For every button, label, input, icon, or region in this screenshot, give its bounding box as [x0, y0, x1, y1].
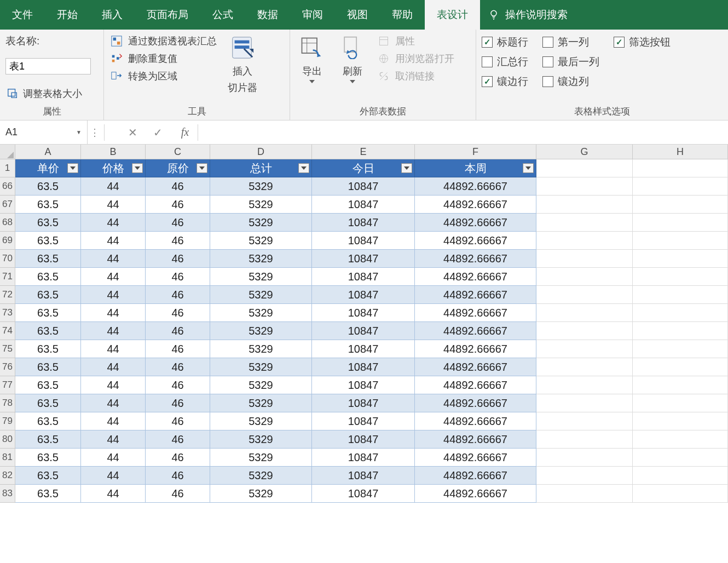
filter-dropdown-icon[interactable]	[197, 163, 207, 173]
cell[interactable]: 10847	[312, 232, 415, 250]
cell[interactable]: 63.5	[15, 304, 81, 322]
cell[interactable]: 5329	[210, 304, 312, 322]
cell[interactable]: 5329	[210, 412, 312, 430]
cell[interactable]: 44	[81, 268, 146, 286]
cell[interactable]: 10847	[312, 358, 415, 376]
cell[interactable]: 10847	[312, 449, 415, 467]
cell[interactable]: 10847	[312, 412, 415, 430]
col-header-D[interactable]: D	[210, 145, 312, 159]
cell[interactable]: 44892.66667	[415, 485, 536, 503]
summarize-with-pivot-button[interactable]: 通过数据透视表汇总	[109, 34, 217, 48]
row-header[interactable]: 75	[0, 340, 15, 358]
cell[interactable]: 44	[81, 412, 146, 430]
empty-cell[interactable]	[536, 340, 633, 358]
empty-cell[interactable]	[536, 232, 633, 250]
empty-cell[interactable]	[633, 232, 728, 250]
cell[interactable]: 46	[146, 214, 210, 232]
cell[interactable]: 63.5	[15, 412, 81, 430]
cell[interactable]: 10847	[312, 250, 415, 268]
select-all-corner[interactable]	[0, 145, 15, 159]
cell[interactable]: 46	[146, 304, 210, 322]
cell[interactable]: 44892.66667	[415, 250, 536, 268]
empty-cell[interactable]	[633, 358, 728, 376]
empty-cell[interactable]	[536, 214, 633, 232]
row-header[interactable]: 76	[0, 358, 15, 376]
row-header[interactable]: 74	[0, 322, 15, 340]
refresh-button[interactable]: 刷新	[336, 34, 369, 84]
export-button[interactable]: 导出	[296, 34, 328, 84]
empty-cell[interactable]	[633, 430, 728, 449]
cell[interactable]: 46	[146, 340, 210, 358]
row-header[interactable]: 78	[0, 394, 15, 412]
tab-help[interactable]: 帮助	[380, 0, 425, 30]
cell[interactable]: 44	[81, 322, 146, 340]
row-header[interactable]: 83	[0, 485, 15, 503]
cell[interactable]: 44	[81, 467, 146, 485]
empty-cell[interactable]	[536, 177, 633, 196]
row-header[interactable]: 66	[0, 177, 15, 196]
table-header-cell[interactable]: 价格	[81, 159, 146, 177]
cell[interactable]: 10847	[312, 376, 415, 394]
chk-first-column[interactable]: 第一列	[542, 35, 599, 49]
empty-cell[interactable]	[536, 358, 633, 376]
cell[interactable]: 5329	[210, 449, 312, 467]
cell[interactable]: 5329	[210, 286, 312, 304]
cell[interactable]: 5329	[210, 268, 312, 286]
cell[interactable]: 10847	[312, 340, 415, 358]
chk-banded-rows[interactable]: 镶边行	[482, 74, 528, 89]
cell[interactable]: 63.5	[15, 394, 81, 412]
row-header[interactable]: 72	[0, 286, 15, 304]
row-header[interactable]: 69	[0, 232, 15, 250]
cell[interactable]: 5329	[210, 467, 312, 485]
chk-filter-button[interactable]: 筛选按钮	[614, 35, 671, 49]
cell[interactable]: 44	[81, 177, 146, 196]
chk-last-column[interactable]: 最后一列	[542, 55, 599, 69]
cell[interactable]: 63.5	[15, 376, 81, 394]
empty-cell[interactable]	[536, 412, 633, 430]
row-header[interactable]: 79	[0, 412, 15, 430]
cell[interactable]: 44892.66667	[415, 376, 536, 394]
empty-cell[interactable]	[536, 430, 633, 449]
name-box[interactable]: A1 ▼	[0, 120, 88, 144]
empty-cell[interactable]	[633, 177, 728, 196]
cell[interactable]: 46	[146, 322, 210, 340]
empty-cell[interactable]	[633, 467, 728, 485]
chk-banded-columns[interactable]: 镶边列	[542, 74, 599, 89]
remove-duplicates-button[interactable]: 删除重复值	[109, 51, 217, 66]
cell[interactable]: 46	[146, 376, 210, 394]
cell[interactable]: 44	[81, 449, 146, 467]
cell[interactable]: 63.5	[15, 449, 81, 467]
cell[interactable]: 63.5	[15, 250, 81, 268]
cell[interactable]: 10847	[312, 304, 415, 322]
cell[interactable]: 5329	[210, 376, 312, 394]
empty-cell[interactable]	[536, 376, 633, 394]
cell[interactable]: 44	[81, 250, 146, 268]
formula-input[interactable]	[200, 120, 728, 144]
cell[interactable]: 63.5	[15, 358, 81, 376]
cell[interactable]: 63.5	[15, 322, 81, 340]
cell[interactable]: 44	[81, 196, 146, 214]
row-header[interactable]: 81	[0, 449, 15, 467]
cell[interactable]: 5329	[210, 394, 312, 412]
cell[interactable]: 10847	[312, 485, 415, 503]
cell[interactable]: 5329	[210, 340, 312, 358]
cell[interactable]: 46	[146, 430, 210, 449]
cell[interactable]: 10847	[312, 286, 415, 304]
cell[interactable]: 63.5	[15, 177, 81, 196]
cell[interactable]: 44892.66667	[415, 232, 536, 250]
cell[interactable]: 5329	[210, 214, 312, 232]
cell[interactable]: 46	[146, 196, 210, 214]
cell[interactable]: 5329	[210, 232, 312, 250]
cell[interactable]: 5329	[210, 322, 312, 340]
cell[interactable]: 46	[146, 232, 210, 250]
empty-cell[interactable]	[536, 467, 633, 485]
cell[interactable]: 44892.66667	[415, 449, 536, 467]
cell[interactable]: 10847	[312, 177, 415, 196]
cell[interactable]: 46	[146, 449, 210, 467]
table-header-cell[interactable]: 原价	[146, 159, 210, 177]
cell[interactable]: 44892.66667	[415, 304, 536, 322]
row-header[interactable]: 70	[0, 250, 15, 268]
cell[interactable]: 46	[146, 177, 210, 196]
cell[interactable]: 5329	[210, 358, 312, 376]
row-header[interactable]: 1	[0, 159, 15, 177]
